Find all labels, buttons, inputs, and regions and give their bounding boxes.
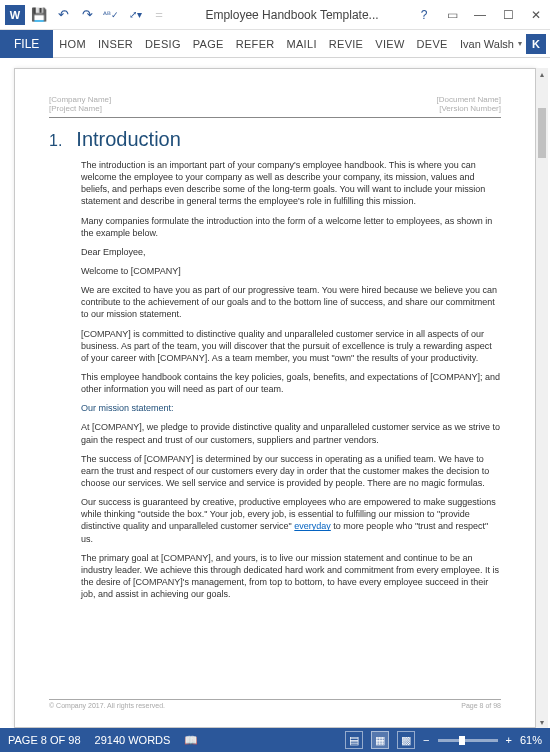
paragraph: Many companies formulate the introductio… (81, 215, 501, 239)
hyperlink[interactable]: everyday (294, 521, 331, 531)
paragraph: We are excited to have you as part of ou… (81, 284, 501, 320)
ribbon-options-icon[interactable]: ▭ (438, 1, 466, 29)
paragraph: The primary goal at [COMPANY], and yours… (81, 552, 501, 601)
subheading: Our mission statement: (81, 402, 501, 414)
quick-access-toolbar: W 💾 ↶ ↷ ᴬᴮ✓ ⤢▾ = (0, 4, 174, 26)
status-words[interactable]: 29140 WORDS (95, 734, 171, 746)
read-mode-icon[interactable]: ▤ (345, 731, 363, 749)
undo-icon[interactable]: ↶ (52, 4, 74, 26)
document-title: Employee Handbook Template... (174, 8, 410, 22)
redo-icon[interactable]: ↷ (76, 4, 98, 26)
user-avatar[interactable]: K (526, 34, 546, 54)
heading-1: 1. Introduction (49, 128, 501, 151)
tab-page[interactable]: PAGE (187, 30, 230, 58)
scroll-thumb[interactable] (538, 108, 546, 158)
tab-review[interactable]: REVIE (323, 30, 370, 58)
status-bar: PAGE 8 OF 98 29140 WORDS 📖 ▤ ▦ ▩ − + 61% (0, 728, 550, 752)
page-footer: © Company 2017. All rights reserved. Pag… (49, 699, 501, 709)
heading-number: 1. (49, 132, 62, 150)
scroll-down-icon[interactable]: ▾ (536, 716, 548, 728)
tab-insert[interactable]: INSER (92, 30, 139, 58)
user-name[interactable]: Ivan Walsh (460, 38, 514, 50)
chevron-down-icon[interactable]: ▾ (518, 39, 522, 48)
close-icon[interactable]: ✕ (522, 1, 550, 29)
paragraph: [COMPANY] is committed to distinctive qu… (81, 328, 501, 364)
print-layout-icon[interactable]: ▦ (371, 731, 389, 749)
maximize-icon[interactable]: ☐ (494, 1, 522, 29)
tab-design[interactable]: DESIG (139, 30, 187, 58)
customize-icon[interactable]: ⤢▾ (124, 4, 146, 26)
footer-copyright: © Company 2017. All rights reserved. (49, 702, 165, 709)
tab-view[interactable]: VIEW (369, 30, 410, 58)
body-content[interactable]: The introduction is an important part of… (81, 159, 501, 600)
help-icon[interactable]: ? (410, 1, 438, 29)
header-rule (49, 117, 501, 118)
paragraph: Dear Employee, (81, 246, 501, 258)
titlebar: W 💾 ↶ ↷ ᴬᴮ✓ ⤢▾ = Employee Handbook Templ… (0, 0, 550, 30)
heading-text: Introduction (76, 128, 181, 151)
minimize-icon[interactable]: — (466, 1, 494, 29)
paragraph: At [COMPANY], we pledge to provide disti… (81, 421, 501, 445)
paragraph: The success of [COMPANY] is determined b… (81, 453, 501, 489)
scroll-up-icon[interactable]: ▴ (536, 68, 548, 80)
ribbon-tabs: FILE HOM INSER DESIG PAGE REFER MAILI RE… (0, 30, 550, 58)
zoom-in-icon[interactable]: + (506, 734, 512, 746)
document-area: [Company Name] [Project Name] [Document … (0, 58, 550, 728)
tab-developer[interactable]: DEVE (411, 30, 454, 58)
paragraph: The introduction is an important part of… (81, 159, 501, 208)
spellcheck-icon[interactable]: ᴬᴮ✓ (100, 4, 122, 26)
tab-mailings[interactable]: MAILI (281, 30, 323, 58)
status-page[interactable]: PAGE 8 OF 98 (8, 734, 81, 746)
vertical-scrollbar[interactable]: ▴ ▾ (536, 68, 548, 728)
tab-home[interactable]: HOM (53, 30, 92, 58)
header-version: [Version Number] (437, 104, 501, 113)
proofing-icon[interactable]: 📖 (184, 734, 198, 747)
zoom-level[interactable]: 61% (520, 734, 542, 746)
header-company: [Company Name] (49, 95, 111, 104)
paragraph: This employee handbook contains the key … (81, 371, 501, 395)
qat-separator: = (148, 4, 170, 26)
paragraph: Our success is guaranteed by creative, p… (81, 496, 501, 545)
zoom-out-icon[interactable]: − (423, 734, 429, 746)
header-docname: [Document Name] (437, 95, 501, 104)
word-logo: W (4, 4, 26, 26)
header-project: [Project Name] (49, 104, 111, 113)
page-header: [Company Name] [Project Name] [Document … (49, 95, 501, 113)
zoom-slider[interactable] (438, 739, 498, 742)
window-controls: ? ▭ — ☐ ✕ (410, 1, 550, 29)
save-icon[interactable]: 💾 (28, 4, 50, 26)
web-layout-icon[interactable]: ▩ (397, 731, 415, 749)
footer-page: Page 8 of 98 (461, 702, 501, 709)
tab-references[interactable]: REFER (230, 30, 281, 58)
page[interactable]: [Company Name] [Project Name] [Document … (14, 68, 536, 728)
paragraph: Welcome to [COMPANY] (81, 265, 501, 277)
file-tab[interactable]: FILE (0, 30, 53, 58)
